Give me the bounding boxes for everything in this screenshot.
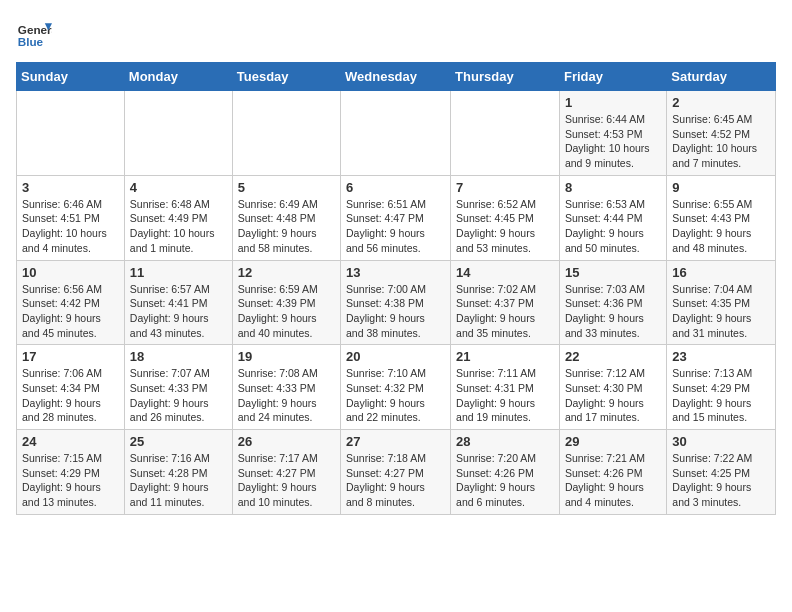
day-detail: Sunrise: 7:15 AM Sunset: 4:29 PM Dayligh…: [22, 451, 119, 510]
day-detail: Sunrise: 6:55 AM Sunset: 4:43 PM Dayligh…: [672, 197, 770, 256]
day-detail: Sunrise: 6:59 AM Sunset: 4:39 PM Dayligh…: [238, 282, 335, 341]
weekday-header: Sunday: [17, 63, 125, 91]
day-detail: Sunrise: 7:18 AM Sunset: 4:27 PM Dayligh…: [346, 451, 445, 510]
calendar-cell: 22Sunrise: 7:12 AM Sunset: 4:30 PM Dayli…: [559, 345, 666, 430]
calendar-cell: 30Sunrise: 7:22 AM Sunset: 4:25 PM Dayli…: [667, 430, 776, 515]
weekday-header: Saturday: [667, 63, 776, 91]
calendar-cell: 28Sunrise: 7:20 AM Sunset: 4:26 PM Dayli…: [451, 430, 560, 515]
day-detail: Sunrise: 7:21 AM Sunset: 4:26 PM Dayligh…: [565, 451, 661, 510]
calendar-cell: 17Sunrise: 7:06 AM Sunset: 4:34 PM Dayli…: [17, 345, 125, 430]
day-detail: Sunrise: 7:20 AM Sunset: 4:26 PM Dayligh…: [456, 451, 554, 510]
day-number: 2: [672, 95, 770, 110]
day-number: 19: [238, 349, 335, 364]
day-number: 9: [672, 180, 770, 195]
day-detail: Sunrise: 6:44 AM Sunset: 4:53 PM Dayligh…: [565, 112, 661, 171]
day-detail: Sunrise: 7:22 AM Sunset: 4:25 PM Dayligh…: [672, 451, 770, 510]
day-number: 10: [22, 265, 119, 280]
day-detail: Sunrise: 6:52 AM Sunset: 4:45 PM Dayligh…: [456, 197, 554, 256]
day-number: 30: [672, 434, 770, 449]
calendar-week-row: 1Sunrise: 6:44 AM Sunset: 4:53 PM Daylig…: [17, 91, 776, 176]
calendar-cell: 5Sunrise: 6:49 AM Sunset: 4:48 PM Daylig…: [232, 175, 340, 260]
calendar-cell: 21Sunrise: 7:11 AM Sunset: 4:31 PM Dayli…: [451, 345, 560, 430]
day-number: 16: [672, 265, 770, 280]
day-detail: Sunrise: 7:03 AM Sunset: 4:36 PM Dayligh…: [565, 282, 661, 341]
day-detail: Sunrise: 6:51 AM Sunset: 4:47 PM Dayligh…: [346, 197, 445, 256]
day-number: 20: [346, 349, 445, 364]
day-detail: Sunrise: 7:08 AM Sunset: 4:33 PM Dayligh…: [238, 366, 335, 425]
day-number: 13: [346, 265, 445, 280]
day-detail: Sunrise: 7:00 AM Sunset: 4:38 PM Dayligh…: [346, 282, 445, 341]
day-detail: Sunrise: 7:02 AM Sunset: 4:37 PM Dayligh…: [456, 282, 554, 341]
calendar-cell: 26Sunrise: 7:17 AM Sunset: 4:27 PM Dayli…: [232, 430, 340, 515]
logo: General Blue: [16, 16, 52, 52]
calendar-week-row: 10Sunrise: 6:56 AM Sunset: 4:42 PM Dayli…: [17, 260, 776, 345]
calendar-cell: 18Sunrise: 7:07 AM Sunset: 4:33 PM Dayli…: [124, 345, 232, 430]
calendar-cell: 7Sunrise: 6:52 AM Sunset: 4:45 PM Daylig…: [451, 175, 560, 260]
day-number: 27: [346, 434, 445, 449]
day-detail: Sunrise: 7:16 AM Sunset: 4:28 PM Dayligh…: [130, 451, 227, 510]
day-number: 8: [565, 180, 661, 195]
calendar-cell: [341, 91, 451, 176]
day-number: 11: [130, 265, 227, 280]
calendar-cell: 6Sunrise: 6:51 AM Sunset: 4:47 PM Daylig…: [341, 175, 451, 260]
calendar-cell: [17, 91, 125, 176]
calendar-cell: 20Sunrise: 7:10 AM Sunset: 4:32 PM Dayli…: [341, 345, 451, 430]
day-number: 26: [238, 434, 335, 449]
calendar-cell: 29Sunrise: 7:21 AM Sunset: 4:26 PM Dayli…: [559, 430, 666, 515]
calendar-cell: 27Sunrise: 7:18 AM Sunset: 4:27 PM Dayli…: [341, 430, 451, 515]
calendar-cell: 13Sunrise: 7:00 AM Sunset: 4:38 PM Dayli…: [341, 260, 451, 345]
calendar-cell: [451, 91, 560, 176]
weekday-header: Thursday: [451, 63, 560, 91]
day-number: 6: [346, 180, 445, 195]
day-number: 25: [130, 434, 227, 449]
day-number: 18: [130, 349, 227, 364]
day-detail: Sunrise: 6:53 AM Sunset: 4:44 PM Dayligh…: [565, 197, 661, 256]
day-detail: Sunrise: 7:13 AM Sunset: 4:29 PM Dayligh…: [672, 366, 770, 425]
weekday-header: Friday: [559, 63, 666, 91]
calendar-cell: 19Sunrise: 7:08 AM Sunset: 4:33 PM Dayli…: [232, 345, 340, 430]
calendar-cell: 8Sunrise: 6:53 AM Sunset: 4:44 PM Daylig…: [559, 175, 666, 260]
calendar-week-row: 24Sunrise: 7:15 AM Sunset: 4:29 PM Dayli…: [17, 430, 776, 515]
day-number: 3: [22, 180, 119, 195]
day-detail: Sunrise: 6:57 AM Sunset: 4:41 PM Dayligh…: [130, 282, 227, 341]
calendar-cell: 12Sunrise: 6:59 AM Sunset: 4:39 PM Dayli…: [232, 260, 340, 345]
day-detail: Sunrise: 7:06 AM Sunset: 4:34 PM Dayligh…: [22, 366, 119, 425]
day-detail: Sunrise: 6:48 AM Sunset: 4:49 PM Dayligh…: [130, 197, 227, 256]
day-detail: Sunrise: 7:04 AM Sunset: 4:35 PM Dayligh…: [672, 282, 770, 341]
calendar-cell: 3Sunrise: 6:46 AM Sunset: 4:51 PM Daylig…: [17, 175, 125, 260]
calendar-cell: 15Sunrise: 7:03 AM Sunset: 4:36 PM Dayli…: [559, 260, 666, 345]
day-detail: Sunrise: 7:07 AM Sunset: 4:33 PM Dayligh…: [130, 366, 227, 425]
calendar-cell: 10Sunrise: 6:56 AM Sunset: 4:42 PM Dayli…: [17, 260, 125, 345]
page-header: General Blue: [16, 16, 776, 52]
calendar-cell: [124, 91, 232, 176]
day-number: 15: [565, 265, 661, 280]
calendar-table: SundayMondayTuesdayWednesdayThursdayFrid…: [16, 62, 776, 515]
day-number: 24: [22, 434, 119, 449]
day-detail: Sunrise: 7:10 AM Sunset: 4:32 PM Dayligh…: [346, 366, 445, 425]
day-number: 28: [456, 434, 554, 449]
day-number: 22: [565, 349, 661, 364]
day-number: 14: [456, 265, 554, 280]
logo-icon: General Blue: [16, 16, 52, 52]
calendar-cell: 14Sunrise: 7:02 AM Sunset: 4:37 PM Dayli…: [451, 260, 560, 345]
day-number: 4: [130, 180, 227, 195]
day-number: 12: [238, 265, 335, 280]
day-detail: Sunrise: 6:56 AM Sunset: 4:42 PM Dayligh…: [22, 282, 119, 341]
weekday-header: Tuesday: [232, 63, 340, 91]
calendar-cell: 1Sunrise: 6:44 AM Sunset: 4:53 PM Daylig…: [559, 91, 666, 176]
calendar-cell: 2Sunrise: 6:45 AM Sunset: 4:52 PM Daylig…: [667, 91, 776, 176]
calendar-header-row: SundayMondayTuesdayWednesdayThursdayFrid…: [17, 63, 776, 91]
day-detail: Sunrise: 7:17 AM Sunset: 4:27 PM Dayligh…: [238, 451, 335, 510]
weekday-header: Wednesday: [341, 63, 451, 91]
calendar-cell: 9Sunrise: 6:55 AM Sunset: 4:43 PM Daylig…: [667, 175, 776, 260]
calendar-cell: 24Sunrise: 7:15 AM Sunset: 4:29 PM Dayli…: [17, 430, 125, 515]
calendar-cell: 16Sunrise: 7:04 AM Sunset: 4:35 PM Dayli…: [667, 260, 776, 345]
calendar-cell: [232, 91, 340, 176]
calendar-cell: 11Sunrise: 6:57 AM Sunset: 4:41 PM Dayli…: [124, 260, 232, 345]
calendar-cell: 23Sunrise: 7:13 AM Sunset: 4:29 PM Dayli…: [667, 345, 776, 430]
day-number: 7: [456, 180, 554, 195]
day-detail: Sunrise: 6:49 AM Sunset: 4:48 PM Dayligh…: [238, 197, 335, 256]
day-number: 1: [565, 95, 661, 110]
day-number: 5: [238, 180, 335, 195]
day-detail: Sunrise: 7:11 AM Sunset: 4:31 PM Dayligh…: [456, 366, 554, 425]
